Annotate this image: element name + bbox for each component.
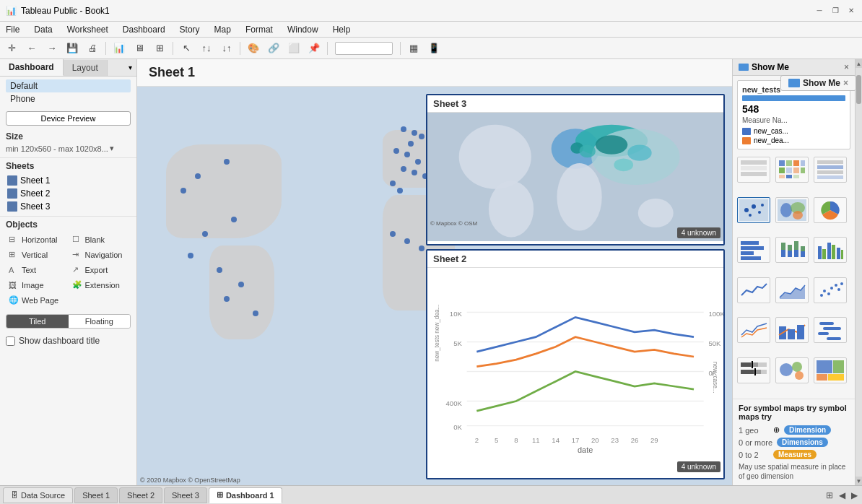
chart-thumb-text-table[interactable] [737,157,770,183]
menu-help[interactable]: Help [330,23,354,36]
svg-text:new_case...: new_case... [712,362,718,394]
toolbar-sep5 [400,42,401,55]
chart-thumb-packed-bubbles[interactable] [775,357,809,383]
toolbar-sort-asc[interactable]: ↑↓ [198,40,215,56]
tiled-button[interactable]: Tiled [6,315,69,328]
sidebar-item-sheet3[interactable]: Sheet 3 [6,200,131,213]
add-sheet-btn[interactable]: ⊞ [824,489,835,502]
panel-tab-arrow[interactable]: ▾ [124,61,136,74]
svg-text:0K: 0K [453,423,462,431]
obj-horizontal[interactable]: ⊟ Horizontal [6,233,68,246]
chart-thumb-dual-bar[interactable] [775,317,809,343]
chart-thumb-dual-lines[interactable] [737,317,770,343]
obj-extension[interactable]: 🧩 Extension [69,278,131,292]
obj-export[interactable]: ↗ Export [69,263,131,277]
svg-text:14: 14 [552,436,560,444]
toolbar-sort-desc[interactable]: ↓↑ [218,40,235,56]
svg-rect-56 [817,175,843,179]
show-me-button[interactable]: Show Me × [780,75,856,91]
chart-thumb-bullet[interactable] [737,357,770,383]
tab-sheet3[interactable]: Sheet 3 [164,487,207,503]
close-btn[interactable]: ✕ [846,6,856,16]
chart-thumb-side-bar[interactable] [814,237,847,263]
tab-dashboard[interactable]: Dashboard [0,59,64,76]
toolbar-forward[interactable]: → [43,40,61,56]
tab-sheet1-label: Sheet 1 [82,491,110,500]
toolbar-device[interactable]: 📱 [425,40,443,56]
tab-sheet2[interactable]: Sheet 2 [119,487,162,503]
chart-thumb-scatter[interactable] [814,277,847,303]
tab-scroll-right[interactable]: ▶ [850,489,859,502]
toolbar-sep2 [173,42,173,55]
toolbar-color[interactable]: 🎨 [245,40,262,56]
menu-worksheet[interactable]: Worksheet [64,23,111,36]
toolbar-select[interactable]: ↖ [178,40,195,56]
menu-map[interactable]: Map [212,23,234,36]
tab-layout[interactable]: Layout [64,60,108,76]
toolbar-save[interactable]: 💾 [64,40,81,56]
toolbar-monitor[interactable]: 🖥 [131,40,148,56]
obj-navigation[interactable]: ⇥ Navigation [69,248,131,261]
chart-thumb-filled-map[interactable] [775,197,809,223]
device-default[interactable]: Default [6,79,131,92]
toolbar-link[interactable]: 🔗 [265,40,282,56]
menu-format[interactable]: Format [243,23,276,36]
toolbar-back[interactable]: ← [23,40,40,56]
obj-vertical[interactable]: ⊞ Vertical [6,248,68,261]
svg-rect-53 [817,160,843,164]
toolbar-chart[interactable]: 📊 [110,40,128,56]
tab-sheet1[interactable]: Sheet 1 [74,487,118,503]
toolbar-present[interactable]: ▦ [405,40,422,56]
chart-thumb-gantt[interactable] [814,317,847,343]
menu-file[interactable]: File [3,23,22,36]
svg-point-110 [792,362,802,372]
obj-image[interactable]: 🖼 Image [6,278,68,292]
obj-webpage[interactable]: 🌐 Web Page [6,293,68,307]
show-me-close-icon[interactable]: × [843,78,848,88]
toolbar-pin[interactable]: 📌 [305,40,323,56]
chart-thumb-treemap[interactable] [814,357,847,383]
minimize-btn[interactable]: ─ [814,6,824,16]
sheet3-title: Sheet 3 [427,95,723,113]
chart-thumb-lines[interactable] [737,277,770,303]
chart-thumb-heat-map[interactable] [775,157,809,183]
toolbar-grid[interactable]: ⊞ [151,40,168,56]
map-dot [415,159,421,165]
floating-button[interactable]: Floating [69,315,131,328]
chart-thumb-symbol-map[interactable] [737,197,770,223]
toolbar-dropdown[interactable] [335,42,393,55]
chart-thumb-highlight-table[interactable] [814,157,847,183]
chart-thumb-horizontal-bar[interactable] [737,237,770,263]
device-phone[interactable]: Phone [6,92,131,105]
maximize-btn[interactable]: ❐ [830,6,840,16]
sidebar-item-sheet1[interactable]: Sheet 1 [6,174,131,187]
tab-dashboard1[interactable]: ⊞ Dashboard 1 [209,487,282,503]
device-preview-button[interactable]: Device Preview [6,111,131,126]
scrollbar-down[interactable]: ▼ [856,477,862,485]
toolbar-print[interactable]: 🖨 [84,40,101,56]
menu-dashboard[interactable]: Dashboard [120,23,168,36]
obj-blank[interactable]: ☐ Blank [69,233,131,246]
menu-data[interactable]: Data [31,23,55,36]
tab-datasource[interactable]: 🗄 Data Source [3,487,73,503]
size-arrow-icon[interactable]: ▾ [110,144,114,153]
show-title-label: Show dashboard title [19,336,100,346]
show-me-close-btn[interactable]: × [844,62,849,72]
chart-thumb-pie[interactable] [814,197,847,223]
tab-scroll-left[interactable]: ◀ [837,489,847,502]
chart-thumb-area[interactable] [775,277,809,303]
obj-horizontal-label: Horizontal [22,235,58,244]
menu-story[interactable]: Story [177,23,203,36]
svg-point-90 [830,287,833,290]
menu-window[interactable]: Window [284,23,321,36]
chart-thumb-stacked-bar[interactable] [775,237,809,263]
show-title-checkbox[interactable] [6,336,15,346]
toolbar-frame[interactable]: ⬜ [285,40,302,56]
toolbar-crosshair[interactable]: ✛ [3,40,20,56]
right-scrollbar[interactable]: ▲ ▼ [855,59,862,485]
svg-rect-54 [817,165,843,169]
scrollbar-up[interactable]: ▲ [856,59,862,68]
sidebar-item-sheet2[interactable]: Sheet 2 [6,187,131,200]
scrollbar-thumb[interactable] [856,75,861,104]
obj-text[interactable]: A Text [6,263,68,277]
